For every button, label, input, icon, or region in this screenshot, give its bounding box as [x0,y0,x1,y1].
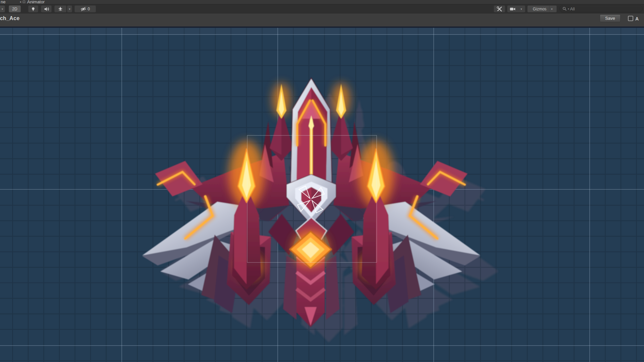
save-label: Save [605,16,615,21]
speaker-icon [44,7,49,11]
animator-play-icon: ▸ [20,0,21,4]
caret-down-icon: ▾ [2,7,3,11]
hidden-objects-toggle[interactable]: 0 [74,5,96,12]
canvas-top-band [0,28,644,35]
video-camera-icon [510,7,516,11]
asset-header: tch_Ace Save A [0,13,644,26]
hidden-objects-count: 0 [88,7,90,11]
search-icon [562,7,567,11]
render-mode-dropdown[interactable]: ▾ [0,5,5,12]
auto-checkbox[interactable] [628,16,633,21]
2d-mode-label: 2D [12,7,17,11]
caret-down-icon: ▾ [69,7,70,11]
scene-lighting-toggle[interactable] [28,5,38,12]
scene-canvas[interactable] [0,0,644,362]
effects-star-icon [58,6,63,11]
tab-scene-partial[interactable]: ne [1,0,5,4]
tab-animator[interactable]: ▸ Animator [20,0,45,4]
search-filter-caret-icon: ▾ [568,7,569,11]
auto-checkbox-label: A [635,16,639,21]
wrench-screwdriver-icon [497,6,502,12]
tab-animator-label: Animator [27,0,45,4]
tab-bar: ne ▸ Animator [0,0,644,4]
search-filter-text: All [570,7,575,11]
asset-title: tch_Ace [0,15,19,21]
2d-mode-toggle[interactable]: 2D [9,5,21,12]
scene-toolbar: ▾ 2D ▾ 0 [0,4,644,13]
save-button[interactable]: Save [600,14,621,22]
gizmos-button[interactable]: Gizmos ▾ [527,5,557,12]
scene-effects-toggle[interactable] [54,5,66,12]
gizmos-label: Gizmos [533,7,546,11]
caret-down-icon: ▾ [551,7,553,11]
camera-settings-button[interactable]: ▾ [507,5,525,12]
effects-dropdown[interactable]: ▾ [67,5,72,12]
tools-settings-button[interactable] [494,5,505,12]
caret-down-icon: ▾ [519,7,522,11]
light-bulb-icon [31,7,36,11]
scene-audio-toggle[interactable] [41,5,52,12]
gizmos-dropdown[interactable]: ▾ [549,6,553,12]
eye-slash-icon [80,7,86,11]
scene-search-field[interactable]: ▾ All [559,5,643,12]
animator-grid-icon [23,1,25,3]
